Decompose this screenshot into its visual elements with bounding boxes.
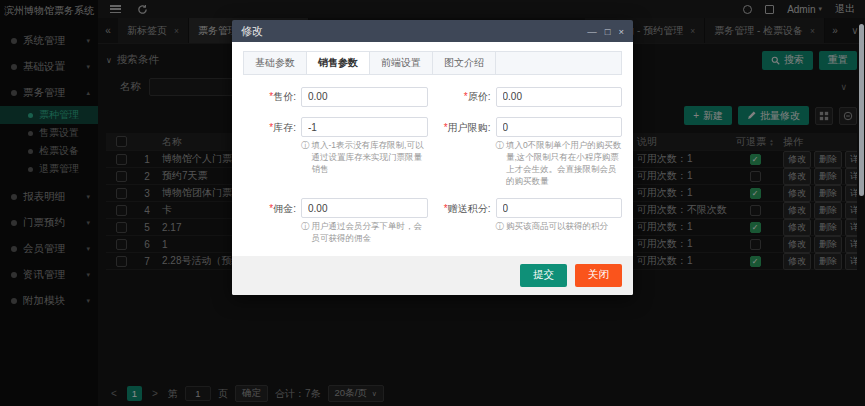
field-input[interactable] [496,198,623,218]
field-input[interactable] [496,87,623,107]
field-label: *赠送积分: [438,198,496,216]
field-label: *用户限购: [438,117,496,135]
field-hint: ⓘ 填入-1表示没有库存限制,可以通过设置库存来实现门票限量销售 [301,140,428,176]
dialog-body: 基础参数 销售参数 前端设置 图文介绍 *售价: ⓘ [232,42,633,295]
field-input[interactable] [301,117,428,137]
close-button[interactable]: 关闭 [575,264,622,287]
info-icon: ⓘ [301,140,310,176]
minimize-icon[interactable]: — [587,26,597,37]
dialog-title: 修改 [241,24,587,39]
edit-dialog: 修改 — □ × 基础参数 销售参数 前端设置 图文介绍 *售价: [232,20,633,295]
form-field: *佣金: ⓘ 用户通过会员分享下单时，会员可获得的佣金 [243,198,428,245]
dialog-form: *售价: ⓘ *原价: [243,86,622,245]
submit-button[interactable]: 提交 [520,264,567,287]
app-window: 滨州博物馆票务系统 系统管理 ▾ 基础设置 ▾ 票务管理 ▴ 票种管理 [0,0,865,406]
form-field: *用户限购: ⓘ 填入0不限制单个用户的购买数量,这个限制只有在小程序购票上才会… [438,117,623,188]
field-label: *原价: [438,86,496,104]
tab-basic-params[interactable]: 基础参数 [244,52,307,74]
scrollbar-thumb[interactable] [859,24,864,196]
field-input[interactable] [301,198,428,218]
tab-sales-params[interactable]: 销售参数 [307,52,370,74]
info-icon: ⓘ [496,140,505,188]
field-label: *售价: [243,86,301,104]
field-label: *佣金: [243,198,301,216]
form-field: *售价: ⓘ [243,86,428,107]
tab-image-text-intro[interactable]: 图文介绍 [433,52,496,74]
dialog-footer: 提交 关闭 [232,256,633,295]
info-icon: ⓘ [301,221,310,245]
field-input[interactable] [496,117,623,137]
dialog-header[interactable]: 修改 — □ × [232,20,633,42]
form-field: *赠送积分: ⓘ 购买该商品可以获得的积分 [438,198,623,245]
field-hint: ⓘ 填入0不限制单个用户的购买数量,这个限制只有在小程序购票上才会生效。会直接限… [496,140,623,188]
maximize-icon[interactable]: □ [605,26,611,37]
field-hint: ⓘ 购买该商品可以获得的积分 [496,221,623,233]
tab-frontend-settings[interactable]: 前端设置 [370,52,433,74]
form-field: *库存: ⓘ 填入-1表示没有库存限制,可以通过设置库存来实现门票限量销售 [243,117,428,188]
dialog-tabs: 基础参数 销售参数 前端设置 图文介绍 [243,51,622,75]
field-input[interactable] [301,87,428,107]
close-icon[interactable]: × [618,26,624,37]
field-label: *库存: [243,117,301,135]
field-hint: ⓘ 用户通过会员分享下单时，会员可获得的佣金 [301,221,428,245]
form-field: *原价: ⓘ [438,86,623,107]
info-icon: ⓘ [496,221,505,233]
